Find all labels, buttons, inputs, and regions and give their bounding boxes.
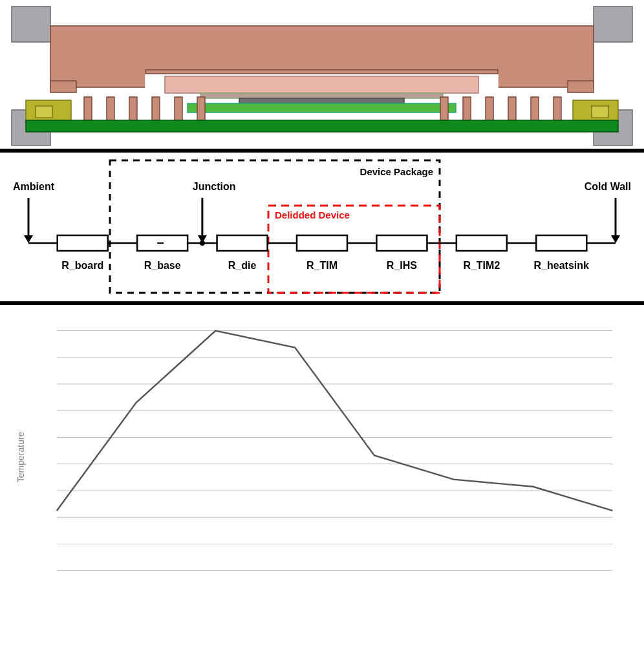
resistor-label: R_die [228,260,257,271]
svg-rect-10 [200,93,443,98]
cross-section-diagram [0,0,644,149]
svg-rect-16 [188,103,456,112]
svg-rect-28 [440,97,448,120]
cross-section-svg [0,0,644,149]
svg-rect-39 [58,235,108,251]
svg-rect-46 [536,235,586,251]
svg-rect-23 [152,97,160,120]
svg-rect-30 [110,160,440,293]
resistor-label: R_heatsink [534,260,589,271]
svg-rect-24 [486,97,493,120]
svg-rect-26 [463,97,471,120]
svg-rect-25 [175,97,182,120]
svg-rect-43 [297,235,347,251]
svg-rect-5 [50,81,76,92]
svg-rect-18 [553,97,561,120]
resistor-label: R_base [144,260,181,271]
thermal-network-svg: Device Package Delidded Device R_boardR_… [0,153,644,301]
svg-point-47 [200,240,205,246]
svg-rect-45 [456,235,507,251]
svg-rect-6 [568,81,594,92]
svg-rect-44 [376,235,427,251]
svg-rect-27 [197,97,205,120]
svg-rect-8 [145,70,498,74]
delidded-device-label: Delidded Device [275,209,350,220]
svg-marker-34 [24,235,33,243]
svg-rect-19 [107,97,114,120]
svg-rect-9 [165,76,478,93]
svg-rect-22 [508,97,516,120]
cold-wall-label: Cold Wall [585,181,631,192]
svg-rect-1 [594,6,632,42]
resistor-label: R_TIM [306,260,338,271]
thermal-network-diagram: Device Package Delidded Device R_boardR_… [0,153,644,301]
ambient-label: Ambient [13,181,55,192]
chart-ylabel: Temperature [16,432,26,483]
svg-rect-21 [129,97,137,120]
svg-rect-29 [26,120,618,132]
temperature-chart-svg [6,318,638,590]
svg-rect-15 [592,106,608,118]
resistor-label: R_TIM2 [463,260,500,271]
svg-marker-36 [611,235,620,243]
svg-rect-42 [217,235,268,251]
resistor-label: R_IHS [387,260,417,271]
resistor-label: R_board [61,260,103,271]
svg-rect-0 [12,6,50,42]
device-package-label: Device Package [360,166,433,177]
junction-label: Junction [193,181,236,192]
svg-rect-11 [239,98,404,103]
svg-rect-14 [36,106,52,118]
svg-rect-20 [531,97,539,120]
svg-rect-17 [84,97,92,120]
temperature-chart: Temperature [0,305,644,609]
